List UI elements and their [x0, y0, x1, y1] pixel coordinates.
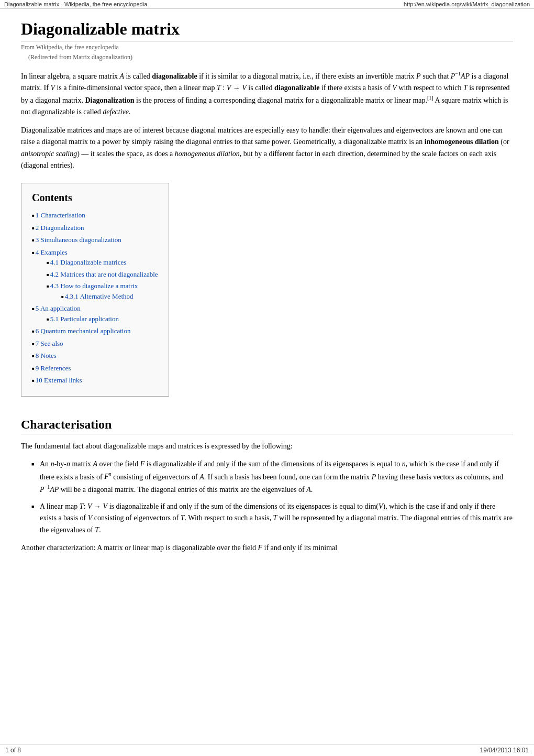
char-item-2: A linear map T: V → V is diagonalizable … — [31, 501, 513, 536]
tab-title: Diagonalizable matrix - Wikipedia, the f… — [4, 1, 147, 7]
intro-paragraph-2: Diagonalizable matrices and maps are of … — [21, 125, 513, 172]
toc-item-1[interactable]: 1 Characterisation — [32, 210, 158, 221]
toc-item-3[interactable]: 3 Simultaneous diagonalization — [32, 235, 158, 245]
toc-item-6[interactable]: 6 Quantum mechanical application — [32, 326, 158, 336]
toc-item-5-1[interactable]: 5.1 Particular application — [47, 314, 158, 324]
toc-item-4-3[interactable]: 4.3 How to diagonalize a matrix 4.3.1 Al… — [47, 281, 158, 301]
toc-item-4-2[interactable]: 4.2 Matrices that are not diagonalizable — [47, 269, 158, 280]
toc-item-7[interactable]: 7 See also — [32, 338, 158, 349]
toc-title: Contents — [32, 192, 158, 204]
date-time: 19/04/2013 16:01 — [480, 747, 529, 754]
toc-item-4-1[interactable]: 4.1 Diagonalizable matrices — [47, 257, 158, 268]
toc-item-10[interactable]: 10 External links — [32, 375, 158, 386]
characterisation-heading: Characterisation — [21, 418, 513, 434]
toc-item-4-3-1[interactable]: 4.3.1 Alternative Method — [61, 291, 158, 302]
characterisation-after: Another characterization: A matrix or li… — [21, 542, 513, 554]
characterisation-intro: The fundamental fact about diagonalizabl… — [21, 441, 513, 452]
from-line: From Wikipedia, the free encyclopedia — [21, 43, 513, 51]
redirected-line: (Redirected from Matrix diagonalization) — [21, 53, 513, 61]
page-title: Diagonalizable matrix — [21, 19, 513, 41]
toc-list: 1 Characterisation 2 Diagonalization 3 S… — [32, 210, 158, 386]
toc-item-9[interactable]: 9 References — [32, 363, 158, 374]
char-item-1: An n-by-n matrix A over the field F is d… — [31, 458, 513, 495]
intro-paragraph-1: In linear algebra, a square matrix A is … — [21, 70, 513, 118]
page-info: 1 of 8 — [5, 747, 21, 754]
toc-item-5[interactable]: 5 An application 5.1 Particular applicat… — [32, 303, 158, 324]
table-of-contents: Contents 1 Characterisation 2 Diagonaliz… — [21, 183, 169, 397]
toc-item-8[interactable]: 8 Notes — [32, 350, 158, 361]
characterisation-list: An n-by-n matrix A over the field F is d… — [21, 458, 513, 536]
url-bar: http://en.wikipedia.org/wiki/Matrix_diag… — [404, 1, 530, 7]
toc-item-2[interactable]: 2 Diagonalization — [32, 223, 158, 233]
toc-item-4[interactable]: 4 Examples 4.1 Diagonalizable matrices 4… — [32, 247, 158, 302]
